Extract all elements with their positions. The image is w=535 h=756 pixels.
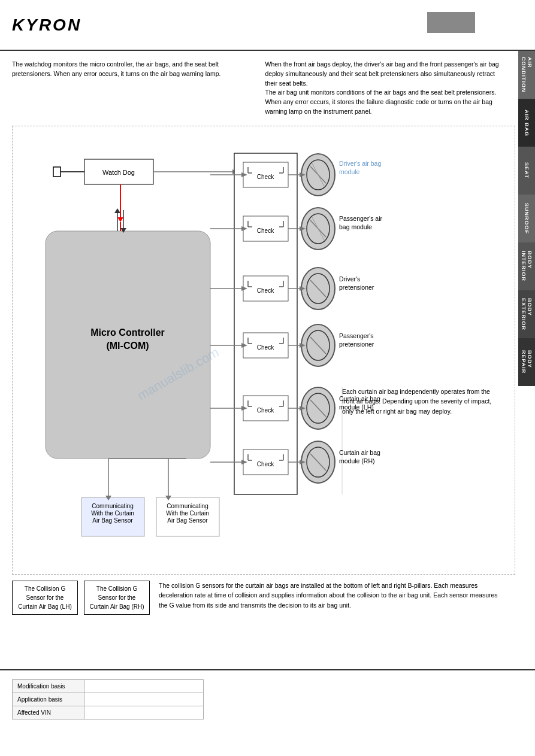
- module-label-1: Driver's air bagmodule: [339, 159, 381, 177]
- logo: KYRON: [12, 16, 81, 35]
- sidebar-tabs: AIRCONDITION AIR BAG SEAT SUNROOF BODYIN…: [518, 51, 535, 386]
- curtain-description: Each curtain air bag independently opera…: [342, 387, 504, 417]
- svg-text:(MI-COM): (MI-COM): [106, 341, 149, 351]
- footer-value-application: [84, 693, 203, 706]
- intro-right-text: When the front air bags deploy, the driv…: [265, 60, 507, 117]
- svg-text:Check: Check: [257, 461, 274, 467]
- tab-seat[interactable]: SEAT: [518, 147, 535, 195]
- footer: Modification basis Application basis Aff…: [0, 669, 535, 756]
- collision-section: The Collision GSensor for theCurtain Air…: [12, 581, 506, 615]
- diagram-svg: Watch Dog Micro Controller (MI-COM): [13, 126, 515, 574]
- svg-text:Communicating: Communicating: [92, 503, 133, 509]
- svg-text:Air Bag Sensor: Air Bag Sensor: [92, 517, 133, 524]
- svg-marker-8: [117, 217, 123, 222]
- tab-body-interior[interactable]: BODYINTERIOR: [518, 242, 535, 290]
- module-label-3: Driver'spretensioner: [339, 275, 374, 292]
- footer-label-affected: Affected VIN: [13, 706, 84, 719]
- svg-rect-6: [53, 167, 61, 177]
- svg-rect-16: [234, 153, 297, 494]
- svg-text:Watch Dog: Watch Dog: [102, 169, 135, 176]
- module-label-6: Curtain air bagmodule (RH): [339, 448, 380, 466]
- footer-value-modification: [84, 680, 203, 693]
- tab-sunroof[interactable]: SUNROOF: [518, 195, 535, 242]
- header: KYRON: [0, 0, 535, 51]
- intro-text: The watchdog monitors the micro controll…: [12, 60, 506, 117]
- collision-box-lh: The Collision GSensor for theCurtain Air…: [12, 581, 78, 615]
- svg-text:Air Bag Sensor: Air Bag Sensor: [167, 517, 208, 524]
- header-badge: [427, 12, 475, 33]
- tab-body-exterior[interactable]: BODYEXTERIOR: [518, 290, 535, 338]
- svg-text:Check: Check: [257, 174, 274, 180]
- tab-air-condition[interactable]: AIRCONDITION: [518, 51, 535, 99]
- svg-marker-13: [114, 208, 120, 213]
- footer-table: Modification basis Application basis Aff…: [12, 679, 204, 719]
- svg-text:Check: Check: [257, 344, 274, 351]
- tab-body-repair[interactable]: BODYREPAIR: [518, 338, 535, 386]
- footer-row-application: Application basis: [13, 693, 204, 706]
- svg-text:Micro  Controller: Micro Controller: [90, 327, 165, 338]
- main-content: The watchdog monitors the micro controll…: [0, 51, 518, 669]
- svg-text:Check: Check: [257, 407, 274, 414]
- footer-row-modification: Modification basis: [13, 680, 204, 693]
- svg-text:With the Curtain: With the Curtain: [166, 510, 209, 517]
- module-label-4: Passenger'spretensioner: [339, 332, 374, 349]
- module-label-2: Passenger's airbag module: [339, 214, 382, 232]
- svg-text:With the Curtain: With the Curtain: [91, 510, 134, 517]
- tab-air-bag[interactable]: AIR BAG: [518, 99, 535, 147]
- diagram-area: Watch Dog Micro Controller (MI-COM): [12, 126, 515, 575]
- svg-text:Check: Check: [257, 287, 274, 294]
- footer-row-affected: Affected VIN: [13, 706, 204, 719]
- collision-box-rh: The Collision GSensor for theCurtain Air…: [84, 581, 150, 615]
- svg-text:Check: Check: [257, 227, 274, 234]
- footer-label-application: Application basis: [13, 693, 84, 706]
- intro-left-text: The watchdog monitors the micro controll…: [12, 60, 253, 117]
- svg-text:Communicating: Communicating: [167, 503, 208, 509]
- footer-label-modification: Modification basis: [13, 680, 84, 693]
- collision-boxes: The Collision GSensor for theCurtain Air…: [12, 581, 150, 615]
- footer-value-affected: [84, 706, 203, 719]
- collision-text: The collision G sensors for the curtain …: [159, 581, 506, 611]
